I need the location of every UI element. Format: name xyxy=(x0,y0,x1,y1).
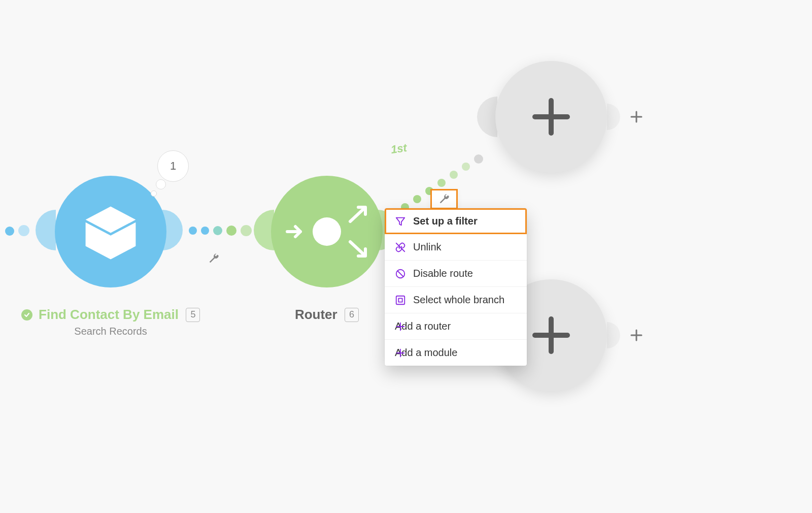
menu-item-add-router[interactable]: Add a router xyxy=(385,313,527,340)
svg-rect-15 xyxy=(398,298,402,302)
module-find-contact[interactable] xyxy=(55,176,166,287)
module-label-router: Router 6 xyxy=(271,307,383,323)
add-next-module-lower[interactable] xyxy=(629,328,644,344)
module-router[interactable] xyxy=(271,176,383,287)
unlink-icon xyxy=(395,242,406,253)
route-order-label: 1st xyxy=(390,141,408,156)
connector-dot xyxy=(462,163,470,171)
connector-dot xyxy=(450,171,458,179)
module-title: Find Contact By Email xyxy=(39,307,179,323)
route-settings-button[interactable] xyxy=(430,189,458,209)
svg-rect-14 xyxy=(396,296,405,304)
menu-item-select-branch[interactable]: Select whole branch xyxy=(385,287,527,313)
disable-icon xyxy=(395,268,406,279)
module-index: 5 xyxy=(186,308,200,322)
connector-dot xyxy=(413,195,421,203)
connector-dot xyxy=(474,154,483,164)
connector-dot xyxy=(213,226,222,235)
module-label-contact: Find Contact By Email 5 Search Records xyxy=(4,307,217,337)
module-index: 6 xyxy=(345,308,359,322)
menu-item-label: Set up a filter xyxy=(413,215,478,227)
scenario-canvas[interactable]: 1 1st xyxy=(0,0,812,513)
menu-item-add-module[interactable]: Add a module xyxy=(385,340,527,366)
module-subtitle: Search Records xyxy=(4,326,217,337)
menu-item-set-up-filter[interactable]: Set up a filter xyxy=(385,208,527,234)
filter-icon xyxy=(395,216,406,227)
plus-icon xyxy=(395,321,406,332)
svg-line-13 xyxy=(398,271,403,276)
connector-ear xyxy=(36,210,56,250)
connector-dot xyxy=(437,179,446,187)
connector-ear xyxy=(607,104,620,130)
connector-dot xyxy=(18,225,29,236)
connector-dot xyxy=(189,227,197,235)
plus-icon xyxy=(526,91,577,142)
plus-icon xyxy=(526,310,577,361)
route-context-menu: Set up a filter Unlink Disable route Sel… xyxy=(385,208,527,366)
add-next-module-upper[interactable] xyxy=(629,110,644,126)
arrow-out-down-icon xyxy=(347,239,369,259)
menu-item-label: Unlink xyxy=(413,241,442,253)
bundle-count-bubble[interactable]: 1 xyxy=(157,150,189,182)
plus-icon xyxy=(395,347,406,359)
add-module-upper[interactable] xyxy=(495,61,607,173)
select-branch-icon xyxy=(395,295,406,306)
arrow-in-icon xyxy=(285,223,306,240)
router-center xyxy=(313,217,341,246)
check-icon xyxy=(21,309,32,320)
menu-item-disable-route[interactable]: Disable route xyxy=(385,261,527,287)
connector-ear xyxy=(607,322,620,348)
connector-dot xyxy=(226,226,236,236)
wrench-icon[interactable] xyxy=(203,248,224,269)
menu-item-label: Disable route xyxy=(413,268,473,279)
connector-dot xyxy=(5,227,14,236)
menu-item-unlink[interactable]: Unlink xyxy=(385,234,527,261)
menu-item-label: Select whole branch xyxy=(413,294,504,306)
module-title: Router xyxy=(295,307,337,323)
connector-dot xyxy=(201,227,209,235)
connector-ear xyxy=(477,97,497,137)
cube-icon xyxy=(78,199,144,265)
bundle-count: 1 xyxy=(170,159,176,173)
arrow-out-up-icon xyxy=(347,204,369,225)
connector-dot xyxy=(241,225,252,236)
